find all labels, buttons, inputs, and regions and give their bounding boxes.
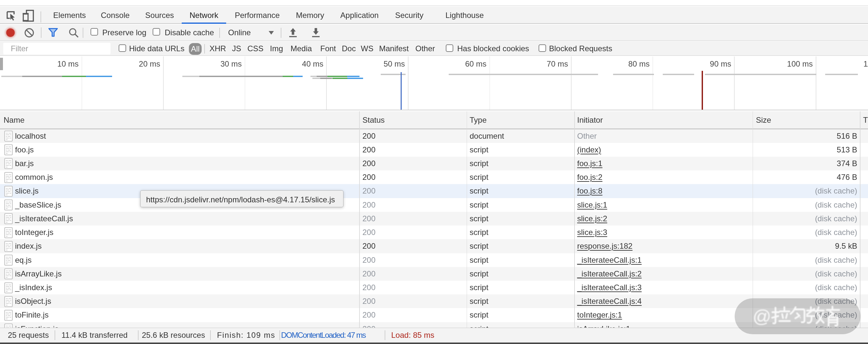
svg-text:@: @ [753,306,771,326]
